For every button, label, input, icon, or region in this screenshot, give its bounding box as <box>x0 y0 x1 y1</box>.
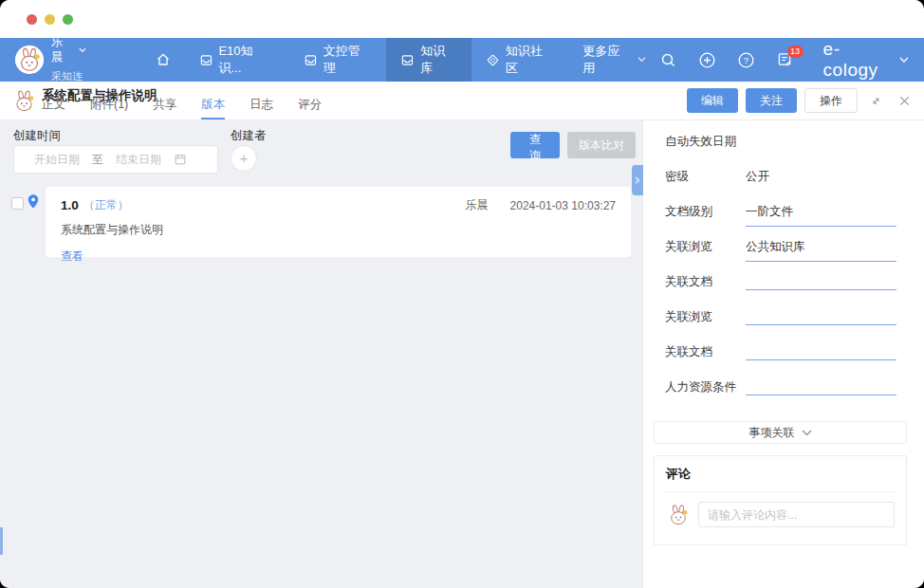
navbar-actions: ? 13 e-cology <box>660 39 909 81</box>
home-icon <box>156 52 171 67</box>
add-creator-button[interactable]: + <box>231 145 257 172</box>
view-link[interactable]: 查看 <box>61 248 83 265</box>
help-icon[interactable]: ? <box>738 52 754 68</box>
property-row: 密级 公开 <box>665 169 896 191</box>
search-icon[interactable] <box>660 52 676 68</box>
macos-titlebar <box>0 0 924 38</box>
chevron-down-icon <box>638 57 646 63</box>
end-date-input[interactable] <box>103 153 174 166</box>
follow-button[interactable]: 关注 <box>746 88 797 113</box>
property-label: 密级 <box>665 169 746 185</box>
document-properties-panel: 自动失效日期 密级 公开 文档级别 一阶文件 关联浏览 <box>642 120 924 588</box>
property-value[interactable] <box>746 134 896 150</box>
document-header: 系统配置与操作说明 正文 附件(1) 共享 版本 日志 评分 编辑 关注 操作 <box>0 82 924 120</box>
query-button[interactable]: 查询 <box>510 132 560 158</box>
chevron-right-icon <box>635 176 640 184</box>
property-row: 人力资源条件 <box>665 379 896 401</box>
tab-versions[interactable]: 版本 <box>201 97 225 119</box>
tab-body[interactable]: 正文 <box>42 97 65 119</box>
version-checkbox[interactable] <box>11 197 24 210</box>
property-value[interactable]: 一阶文件 <box>746 204 896 227</box>
property-row: 自动失效日期 <box>665 134 896 156</box>
close-icon[interactable] <box>894 90 915 111</box>
version-compare-button[interactable]: 版本比对 <box>567 132 636 158</box>
nav-item-doc-control[interactable]: 文控管理 <box>289 38 386 82</box>
property-label: 自动失效日期 <box>665 134 746 150</box>
property-label: 关联文档 <box>665 344 746 360</box>
property-label: 人力资源条件 <box>665 379 746 395</box>
property-value[interactable] <box>746 379 896 395</box>
tab-share[interactable]: 共享 <box>153 97 176 119</box>
chevron-down-icon <box>899 57 909 64</box>
version-title: 系统配置与操作说明 <box>61 222 616 238</box>
property-row: 关联浏览 <box>665 309 896 331</box>
svg-text:?: ? <box>743 55 748 65</box>
creator-label: 创建者 <box>231 128 267 144</box>
nav-item-knowledge-base[interactable]: 知识库 <box>386 38 471 82</box>
notification-icon[interactable]: 13 <box>777 52 793 68</box>
chevron-down-icon <box>802 430 812 436</box>
property-row: 关联文档 <box>665 344 896 366</box>
divider <box>666 491 895 492</box>
location-pin-icon <box>26 193 41 210</box>
property-value[interactable]: 公共知识库 <box>746 239 896 262</box>
user-avatar <box>15 46 44 74</box>
property-row: 关联文档 <box>665 274 896 296</box>
expand-icon[interactable] <box>865 90 886 111</box>
add-icon[interactable] <box>699 52 715 68</box>
minimize-window-button[interactable] <box>45 14 55 25</box>
property-row: 文档级别 一阶文件 <box>665 204 896 226</box>
comments-title: 评论 <box>666 466 895 483</box>
user-org: 采知连 <box>51 70 83 82</box>
inbox-icon <box>199 53 213 67</box>
inbox-icon <box>400 53 415 67</box>
document-tabs: 正文 附件(1) 共享 版本 日志 评分 <box>42 97 322 119</box>
comment-input[interactable] <box>698 502 895 527</box>
action-button[interactable]: 操作 <box>804 88 858 113</box>
version-status: （正常） <box>83 197 129 213</box>
user-menu[interactable]: 乐晨 采知连 <box>15 35 86 83</box>
matter-link-toggle[interactable]: 事项关联 <box>654 421 907 444</box>
nav-item-e10[interactable]: E10知识... <box>185 38 289 82</box>
property-label: 关联浏览 <box>665 239 746 255</box>
user-name: 乐晨 <box>51 35 75 64</box>
property-value[interactable]: 公开 <box>746 169 896 191</box>
property-value[interactable] <box>746 309 896 325</box>
tab-attachments[interactable]: 附件(1) <box>90 97 128 119</box>
top-navbar: 乐晨 采知连 E10知识... 文控管理 知识库 <box>0 38 924 82</box>
tab-rating[interactable]: 评分 <box>298 97 322 119</box>
version-list-item[interactable]: 1.0 （正常） 乐晨 2024-01-03 10:03:27 系统配置与操作说… <box>46 187 631 257</box>
property-label: 关联浏览 <box>665 309 746 325</box>
ecology-logo[interactable]: e-cology <box>823 39 909 81</box>
chevron-down-icon <box>79 47 86 53</box>
version-datetime: 2024-01-03 10:03:27 <box>510 199 616 212</box>
document-author-avatar <box>11 88 37 114</box>
edit-button[interactable]: 编辑 <box>687 88 738 113</box>
start-date-input[interactable] <box>22 153 92 166</box>
nav-item-knowledge-community[interactable]: 知识社区 <box>471 38 568 82</box>
created-time-range: 至 <box>13 145 218 174</box>
property-value[interactable] <box>746 274 896 290</box>
property-label: 文档级别 <box>665 204 746 220</box>
gem-icon <box>486 53 500 67</box>
zoom-window-button[interactable] <box>63 14 73 25</box>
app-window: 乐晨 采知连 E10知识... 文控管理 知识库 <box>0 0 924 588</box>
left-scroll-indicator <box>0 527 3 555</box>
document-properties: 自动失效日期 密级 公开 文档级别 一阶文件 关联浏览 <box>665 134 896 401</box>
version-number: 1.0 <box>61 198 79 212</box>
property-label: 关联文档 <box>665 274 746 290</box>
inbox-icon <box>304 53 318 67</box>
tab-logs[interactable]: 日志 <box>249 97 273 119</box>
close-window-button[interactable] <box>27 14 37 25</box>
panel-collapse-handle[interactable] <box>632 165 643 195</box>
comments-section: 评论 <box>654 455 907 545</box>
range-to-label: 至 <box>92 152 103 168</box>
nav-item-more-apps[interactable]: 更多应用 <box>568 38 659 82</box>
main-navigation: E10知识... 文控管理 知识库 知识社区 更多应用 <box>141 38 660 82</box>
nav-home[interactable] <box>141 38 185 82</box>
property-row: 关联浏览 公共知识库 <box>665 239 896 261</box>
version-list-panel: 创建时间 至 创建者 + 查询 版本比对 1.0 （正常） 乐晨 2024-0 <box>0 120 642 588</box>
notification-badge: 13 <box>787 46 804 58</box>
property-value[interactable] <box>746 344 896 360</box>
calendar-icon[interactable] <box>174 153 187 166</box>
